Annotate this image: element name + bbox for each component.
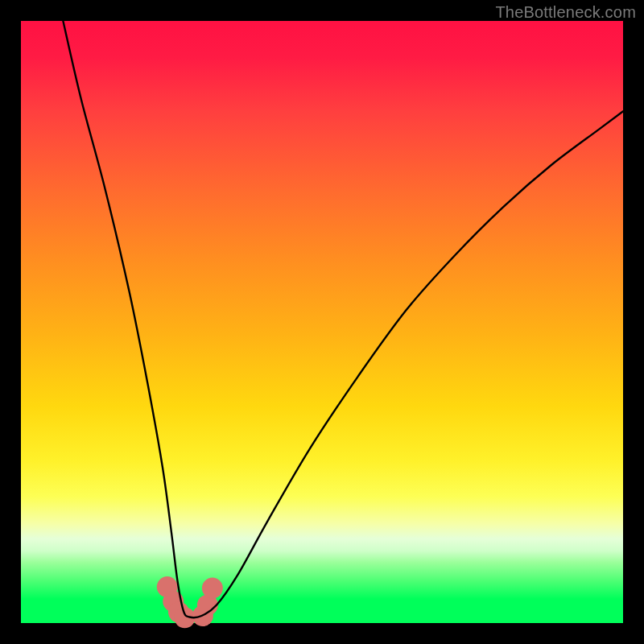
- marker-group: [157, 576, 223, 628]
- highlight-marker: [202, 578, 223, 599]
- bottleneck-curve: [63, 21, 623, 617]
- plot-area: [21, 21, 623, 623]
- chart-frame: TheBottleneck.com: [0, 0, 644, 644]
- curve-svg: [21, 21, 623, 623]
- watermark-text: TheBottleneck.com: [495, 3, 636, 22]
